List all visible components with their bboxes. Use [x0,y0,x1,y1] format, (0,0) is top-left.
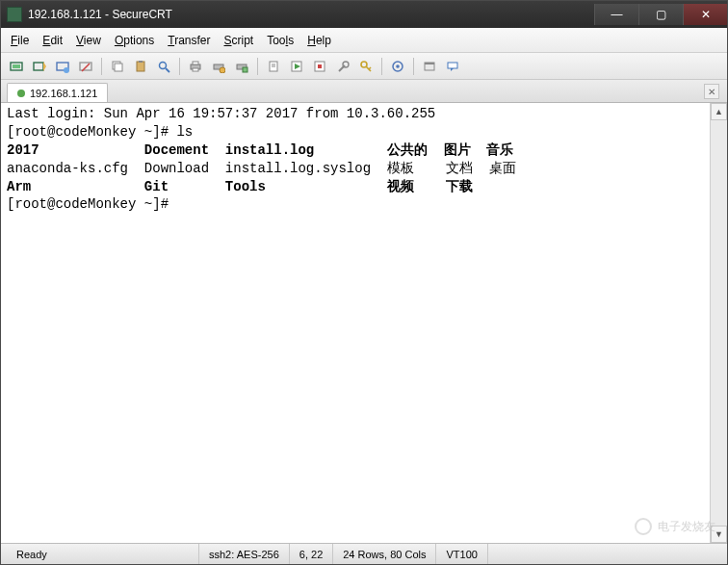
tab-close-button[interactable]: ✕ [704,84,719,99]
svg-rect-9 [137,62,144,71]
window-title: 192.168.1.121 - SecureCRT [28,8,172,21]
svg-point-11 [160,62,167,68]
menu-help[interactable]: Help [307,34,331,47]
menu-file[interactable]: File [11,34,29,47]
svg-point-28 [343,62,349,67]
status-cursor: 6, 22 [290,544,333,564]
print-selection-icon[interactable] [232,57,251,76]
close-icon: ✕ [701,8,711,21]
quick-connect-icon[interactable] [30,57,49,76]
scroll-up-icon[interactable]: ▲ [711,103,727,120]
terminal-line: [root@codeMonkey ~]# [7,195,704,214]
svg-point-4 [64,67,69,73]
print-setup-icon[interactable] [209,57,228,76]
svg-rect-1 [13,64,20,68]
options-icon[interactable] [388,57,407,76]
script-stop-icon[interactable] [310,57,329,76]
maximize-icon: ▢ [656,8,666,21]
svg-point-17 [220,67,225,73]
script-play-icon[interactable] [287,57,306,76]
key-icon[interactable] [356,57,376,76]
tab-label: 192.168.1.121 [30,88,97,99]
svg-rect-26 [318,64,322,68]
status-caps [702,544,721,564]
session-tab[interactable]: 192.168.1.121 [7,83,108,102]
svg-line-12 [166,68,169,72]
toolbar-sep [413,58,414,75]
svg-rect-35 [425,63,434,64]
terminal[interactable]: Last login: Sun Apr 16 19:57:37 2017 fro… [1,103,710,543]
menu-view[interactable]: View [76,34,101,47]
menu-script[interactable]: Script [224,34,254,47]
svg-rect-15 [193,68,198,71]
connect-icon[interactable] [7,57,26,76]
status-proto: ssh2: AES-256 [199,544,290,564]
svg-line-31 [369,67,371,69]
tabstrip: 192.168.1.121 ✕ [1,80,727,103]
toolbar-sep [381,58,382,75]
toolbar [1,53,727,80]
terminal-line: Last login: Sun Apr 16 19:57:37 2017 fro… [7,105,704,123]
reconnect-icon[interactable] [53,57,72,76]
minimize-button[interactable]: — [594,4,638,25]
svg-rect-8 [115,64,122,71]
session-manager-icon[interactable] [420,57,439,76]
close-button[interactable]: ✕ [683,4,727,25]
scrollbar[interactable]: ▲ ▼ [710,103,727,543]
svg-rect-2 [34,63,43,70]
status-term: VT100 [436,544,487,564]
scroll-track[interactable] [711,120,727,526]
menu-transfer[interactable]: Transfer [168,34,210,47]
menu-edit[interactable]: Edit [42,34,63,47]
settings-icon[interactable] [333,57,352,76]
terminal-line: Arm Git Tools 视频 下载 [7,178,704,196]
app-window: 192.168.1.121 - SecureCRT — ▢ ✕ File Edi… [0,0,728,565]
svg-point-33 [396,64,400,68]
toggle-chat-icon[interactable] [443,57,462,76]
svg-rect-14 [193,62,198,64]
print-icon[interactable] [186,57,205,76]
svg-marker-37 [451,68,454,71]
terminal-wrap: Last login: Sun Apr 16 19:57:37 2017 fro… [1,103,727,543]
svg-rect-36 [448,63,457,68]
maximize-button[interactable]: ▢ [638,4,683,25]
menubar: File Edit View Options Transfer Script T… [1,28,727,53]
log-session-icon[interactable] [264,57,283,76]
app-icon [7,7,22,22]
menu-options[interactable]: Options [115,34,154,47]
statusbar: Ready ssh2: AES-256 6, 22 24 Rows, 80 Co… [1,543,727,564]
scroll-down-icon[interactable]: ▼ [711,526,727,543]
status-size: 24 Rows, 80 Cols [333,544,436,564]
disconnect-icon[interactable] [76,57,95,76]
toolbar-sep [179,58,180,75]
terminal-line: anaconda-ks.cfg Download install.log.sys… [7,160,704,178]
paste-icon[interactable] [131,57,150,76]
find-icon[interactable] [154,57,173,76]
terminal-line: 2017 Docement install.log 公共的 图片 音乐 [7,141,704,160]
copy-icon[interactable] [108,57,127,76]
toolbar-sep [257,58,258,75]
toolbar-sep [101,58,102,75]
status-ready: Ready [7,544,199,564]
svg-rect-10 [139,61,143,63]
minimize-icon: — [611,8,623,21]
titlebar: 192.168.1.121 - SecureCRT — ▢ ✕ [1,1,727,28]
svg-rect-19 [243,67,247,72]
menu-tools[interactable]: Tools [267,34,294,47]
terminal-line: [root@codeMonkey ~]# ls [7,123,704,141]
status-dot-icon [17,90,25,97]
